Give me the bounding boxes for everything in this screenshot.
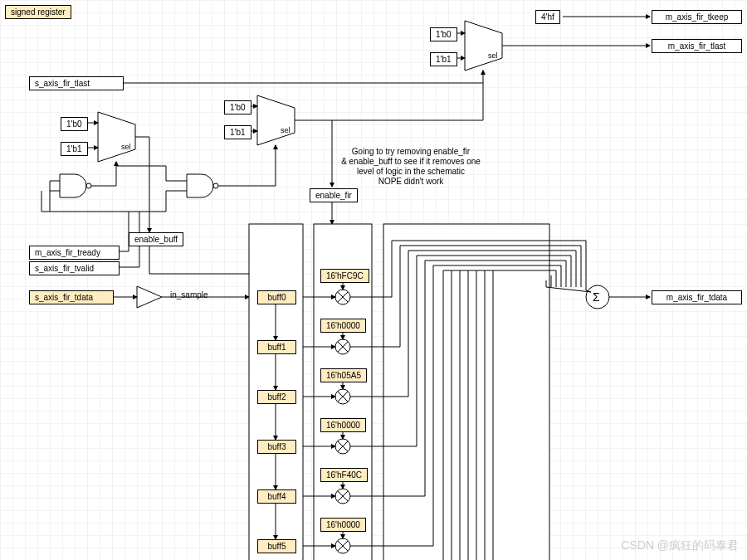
buff0: buff0 [257,290,296,304]
buff5: buff5 [257,539,296,553]
const-b1-b: 1'b1 [224,125,251,139]
sig-m-axis-fir-tdata: m_axis_fir_tdata [652,290,742,304]
coeff4: 16'hF40C [320,468,368,482]
coeff0: 16'hFC9C [320,269,369,283]
and-gate-left [60,174,91,197]
annotation-note: Going to try removing enable_fir & enabl… [328,147,494,187]
sig-s-axis-fir-tdata: s_axis_fir_tdata [29,290,114,304]
const-b0-b: 1'b0 [224,100,251,114]
label-enable-fir: enable_fir [310,188,358,202]
coeff2: 16'h05A5 [320,368,367,382]
sig-m-axis-fir-tkeep: m_axis_fir_tkeep [652,10,742,24]
buff2: buff2 [257,390,296,404]
triangle-buffer [137,286,162,308]
svg-point-15 [213,183,218,188]
coeff3: 16'h0000 [320,418,366,432]
const-b1-a: 1'b1 [61,142,88,156]
sig-m-axis-fir-tlast: m_axis_fir_tlast [652,39,742,53]
svg-marker-6 [98,112,135,162]
svg-text:Σ: Σ [593,290,600,304]
svg-text:sel: sel [121,143,131,151]
buff1: buff1 [257,340,296,354]
diagram-canvas: sel sel sel [0,0,747,560]
const-4hf: 4'hf [535,10,560,24]
svg-marker-0 [465,21,502,71]
svg-line-74 [546,287,591,292]
svg-text:sel: sel [281,126,290,134]
coeff1: 16'h0000 [320,319,366,333]
const-b1-c: 1'b1 [430,52,457,66]
svg-text:sel: sel [488,51,498,60]
svg-marker-19 [137,286,162,308]
watermark: CSDN @疯狂的码泰君 [621,538,739,553]
label-in-sample: in_sample [170,290,208,299]
const-b0-a: 1'b0 [61,117,88,131]
mux-mid: sel [257,95,295,145]
label-enable-buff: enable_buff [129,232,183,246]
sig-m-axis-fir-tready: m_axis_fir_tready [29,246,120,260]
sig-s-axis-fir-tlast: s_axis_fir_tlast [29,76,124,90]
and-gate-right [187,174,218,197]
sig-s-axis-fir-tvalid: s_axis_fir_tvalid [29,261,120,275]
svg-point-14 [86,183,91,188]
svg-marker-10 [257,95,295,145]
mux-top-right: sel [465,21,502,71]
mux-left: sel [98,112,135,162]
coeff5: 16'h0000 [320,518,366,532]
const-b0-c: 1'b0 [430,27,457,41]
buff4: buff4 [257,489,296,504]
title-box: signed register [5,5,71,19]
buff3: buff3 [257,440,296,454]
